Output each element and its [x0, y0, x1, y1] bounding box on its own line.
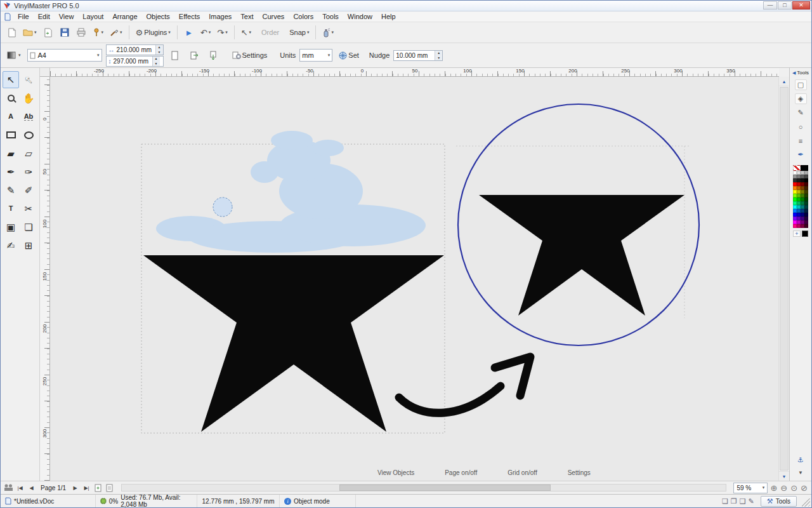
palette-swatch-none[interactable] — [793, 165, 801, 171]
page-options-button[interactable] — [105, 483, 114, 493]
spin-up-icon[interactable]: ▲ — [435, 51, 442, 56]
drawing-surface[interactable] — [50, 77, 779, 481]
node-edit-tool[interactable]: ↖ — [20, 71, 37, 88]
next-page-button[interactable]: ▶ — [70, 483, 80, 493]
menu-item-edit[interactable]: Edit — [34, 12, 55, 21]
clone-tool[interactable]: ❏ — [20, 218, 37, 236]
h-ruler[interactable]: -250-200-150-100-50050100150200250300350 — [50, 68, 779, 77]
zoom-tool[interactable] — [3, 90, 19, 107]
pick-button[interactable]: ↖ ▾ — [239, 25, 254, 40]
curve-panel-icon[interactable]: ✎ — [795, 107, 807, 118]
shapes-panel-icon[interactable]: ▢ — [795, 79, 807, 90]
select-tool[interactable]: ↖ — [3, 71, 19, 88]
add-color-button[interactable]: + — [793, 231, 801, 237]
nudge-spinner[interactable]: ▲▼ — [435, 51, 442, 60]
import-button[interactable] — [41, 25, 56, 40]
set-button[interactable]: Set — [336, 48, 362, 63]
resize-grip[interactable] — [802, 498, 810, 507]
previous-page-button[interactable]: ◀ — [27, 483, 36, 493]
zoom-fit-button[interactable]: ⊙ — [790, 484, 798, 492]
spray-button[interactable]: ▾ — [320, 25, 336, 40]
new-document-button[interactable] — [4, 25, 19, 40]
zoom-level-select[interactable]: 59 % ▾ — [733, 483, 768, 493]
menu-item-text[interactable]: Text — [236, 12, 258, 21]
menu-item-colors[interactable]: Colors — [289, 12, 318, 21]
grid-toggle-link[interactable]: Grid on/off — [508, 469, 537, 476]
undo-button[interactable]: ↶ ▾ — [198, 25, 213, 40]
layout-doc-icon[interactable]: ❑ — [738, 497, 747, 505]
ink-drop-tool[interactable]: ✒ — [3, 163, 19, 180]
save-button[interactable] — [57, 25, 72, 40]
fill-drop-tool[interactable]: ✑ — [20, 163, 37, 180]
menu-item-layout[interactable]: Layout — [78, 12, 108, 21]
last-page-button[interactable]: ▶| — [82, 483, 91, 493]
maximize-button[interactable]: □ — [778, 1, 792, 10]
menu-item-images[interactable]: Images — [204, 12, 236, 21]
nudge-field[interactable]: 10.000 mm ▲▼ — [393, 50, 443, 61]
tools-button[interactable]: ⚒ Tools — [761, 496, 797, 507]
view-objects-link[interactable]: View Objects — [377, 469, 414, 476]
text-frame-tool[interactable]: Ab — [20, 108, 37, 125]
annotate-pen-icon[interactable]: ✎ — [747, 497, 756, 505]
v-ruler[interactable]: 050100150200250300 — [40, 77, 50, 481]
play-button[interactable]: ▶ — [181, 25, 197, 40]
fill-style-button[interactable]: ▾ — [4, 48, 23, 63]
menu-item-objects[interactable]: Objects — [142, 12, 174, 21]
page-orientation-button[interactable] — [167, 48, 183, 63]
horizontal-scroll-thumb[interactable] — [339, 485, 551, 491]
type-tool[interactable]: T — [3, 200, 19, 217]
palette-swatch[interactable] — [804, 224, 808, 228]
page-preset-combo[interactable]: A4 ▾ — [27, 49, 102, 62]
star-shape[interactable] — [143, 255, 444, 432]
current-color-swatch[interactable] — [802, 231, 808, 237]
menu-item-arrange[interactable]: Arrange — [108, 12, 141, 21]
menu-item-tools[interactable]: Tools — [318, 12, 343, 21]
pan-tool[interactable]: ✋ — [20, 90, 37, 107]
distort-tool[interactable]: ▱ — [20, 145, 37, 162]
vertical-scroll-thumb[interactable] — [780, 87, 789, 471]
text-tool[interactable]: A — [3, 108, 19, 125]
selection-circle[interactable] — [213, 197, 232, 217]
menu-item-window[interactable]: Window — [343, 12, 377, 21]
scroll-down-icon[interactable]: ▼ — [779, 471, 789, 481]
menu-item-help[interactable]: Help — [377, 12, 400, 21]
height-spinner[interactable]: ▲▼ — [152, 57, 160, 66]
canvas[interactable]: View Objects Page on/off Grid on/off Set… — [50, 77, 779, 481]
palette-swatch[interactable] — [801, 165, 808, 171]
fit-height-button[interactable] — [206, 48, 221, 63]
shear-tool[interactable]: ▰ — [3, 145, 19, 162]
first-page-button[interactable]: |◀ — [15, 483, 25, 493]
circle-panel-icon[interactable]: ○ — [795, 121, 807, 132]
draw-tool[interactable]: ✍ — [3, 237, 19, 254]
ruler-origin-button[interactable] — [40, 68, 50, 77]
fill-panel-icon[interactable]: ✒ — [795, 149, 807, 160]
pen-tool[interactable]: ✐ — [20, 182, 37, 199]
spin-up-icon[interactable]: ▲ — [153, 57, 160, 62]
horizontal-scrollbar[interactable] — [121, 484, 726, 491]
vertical-scrollbar[interactable]: ▲ ▼ — [778, 77, 789, 481]
pencil-tool[interactable]: ✎ — [3, 182, 19, 199]
page-settings-button[interactable]: Settings — [230, 48, 270, 63]
zoomed-star-shape[interactable] — [479, 195, 684, 316]
zoom-out-button[interactable]: ⊖ — [780, 484, 788, 492]
tools-panel-header[interactable]: ◀ Tools — [792, 68, 809, 77]
plugins-button[interactable]: ⚙ Plugins ▾ — [133, 25, 173, 40]
ellipse-tool[interactable] — [20, 126, 37, 144]
zoom-page-button[interactable]: ⊘ — [800, 484, 808, 492]
cloud-shape[interactable] — [156, 131, 426, 253]
spin-down-icon[interactable]: ▼ — [435, 55, 442, 60]
spin-up-icon[interactable]: ▲ — [156, 45, 163, 50]
film-icon[interactable] — [4, 484, 13, 491]
menu-item-effects[interactable]: Effects — [174, 12, 204, 21]
minimize-button[interactable]: — — [763, 1, 777, 10]
width-spinner[interactable]: ▲▼ — [155, 45, 163, 55]
rectangle-tool[interactable] — [3, 126, 19, 144]
open-button[interactable]: ▾ — [20, 25, 39, 40]
page-width-field[interactable]: ↔ 210.000 mm ▲▼ — [106, 44, 164, 55]
redo-button[interactable]: ↷ ▾ — [214, 25, 230, 40]
add-page-button[interactable] — [93, 483, 103, 493]
menu-item-file[interactable]: File — [13, 12, 34, 21]
document-menu-icon[interactable] — [4, 13, 11, 21]
zoom-doc-icon[interactable]: ❐ — [730, 497, 738, 505]
print-button[interactable] — [74, 25, 89, 40]
